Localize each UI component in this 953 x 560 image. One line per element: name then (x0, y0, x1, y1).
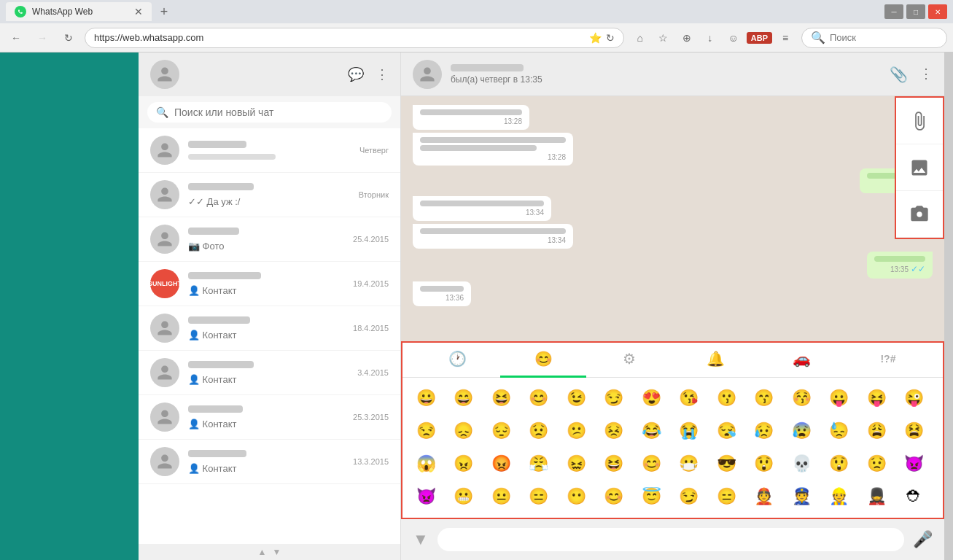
emoji-persevere[interactable]: 😣 (599, 416, 629, 446)
back-button[interactable]: ← (6, 28, 26, 48)
tab-close-button[interactable]: ✕ (134, 6, 143, 18)
bookmark-button[interactable]: ☆ (653, 28, 674, 48)
forward-button[interactable]: → (32, 28, 52, 48)
emoji-laughing[interactable]: 😆 (486, 384, 516, 413)
emoji-worried[interactable]: 😟 (524, 416, 553, 446)
emoji-disappointed[interactable]: 😞 (449, 416, 478, 446)
home-button[interactable]: ⌂ (630, 28, 650, 48)
emoji-tab-recent[interactable]: 🕐 (414, 343, 500, 378)
emoji-sweat-smile[interactable]: 😆 (599, 449, 629, 478)
attach-file-button[interactable] (896, 98, 943, 144)
emoji-purple-devil[interactable]: 👿 (900, 449, 929, 478)
emoji-grinning[interactable]: 😀 (411, 384, 440, 413)
chat-item[interactable]: 👤 Контакт 3.4.2015 (139, 351, 400, 395)
minimize-button[interactable]: ─ (884, 4, 903, 19)
emoji-smiling-devil[interactable]: 👿 (411, 482, 440, 511)
emoji-sob[interactable]: 😭 (674, 416, 704, 446)
emoji-helmet[interactable]: ⛑ (900, 482, 929, 511)
emoji-kissing-closed[interactable]: 😚 (787, 384, 816, 413)
emoji-winking-tongue[interactable]: 😜 (900, 384, 929, 413)
emoji-innocent[interactable]: 😊 (599, 482, 629, 511)
emoji-smirking[interactable]: 😏 (674, 482, 704, 511)
url-bar[interactable]: https://web.whatsapp.com ⭐ ↻ (85, 28, 624, 48)
emoji-confused[interactable]: 😕 (561, 416, 591, 446)
emoji-angry[interactable]: 😠 (449, 449, 478, 478)
chat-item[interactable]: Четверг (139, 128, 400, 173)
attach-camera-button[interactable] (896, 191, 943, 238)
emoji-police[interactable]: 👮 (787, 482, 816, 511)
more-options-icon[interactable]: ⋮ (376, 66, 389, 82)
attach-icon[interactable]: 📎 (890, 66, 908, 83)
emoji-grin[interactable]: 😄 (449, 384, 478, 413)
attach-image-button[interactable] (896, 144, 943, 191)
emoji-unamused[interactable]: 😒 (411, 416, 440, 446)
emoji-expressionless[interactable]: 😐 (486, 482, 516, 511)
chat-item[interactable]: 👤 Контакт 13.3.2015 (139, 440, 400, 484)
emoji-kissing-smiling[interactable]: 😙 (750, 384, 779, 413)
emoji-tab-settings[interactable]: ⚙ (586, 343, 672, 378)
emoji-tab-travel[interactable]: 🚗 (759, 343, 845, 378)
emoji-toggle-button[interactable]: ▼ (413, 530, 429, 549)
message-input[interactable] (437, 528, 904, 551)
maximize-button[interactable]: □ (906, 4, 925, 19)
emoji-tab-smileys[interactable]: 😊 (500, 343, 586, 378)
scrollbar[interactable] (944, 52, 953, 560)
emoji-sweat[interactable]: 😓 (825, 416, 854, 446)
chat-item[interactable]: SUNLIGHT 👤 Контакт 19.4.2015 (139, 262, 400, 306)
emoji-skull[interactable]: 💀 (787, 449, 816, 478)
emoji-blank[interactable]: 😑 (712, 482, 741, 511)
emoji-grimacing[interactable]: 😬 (449, 482, 478, 511)
emoji-imp[interactable]: 😟 (862, 449, 891, 478)
close-button[interactable]: ✕ (928, 4, 947, 19)
emoji-neutral[interactable]: 😑 (524, 482, 553, 511)
emoji-kissing[interactable]: 😗 (712, 384, 741, 413)
emoji-tab-notifications[interactable]: 🔔 (673, 343, 759, 378)
microphone-button[interactable]: 🎤 (913, 530, 933, 549)
emoji-joy[interactable]: 😂 (637, 416, 666, 446)
emoji-halo[interactable]: 😇 (637, 482, 666, 511)
search-bar[interactable]: 🔍 (801, 28, 947, 48)
reload-button[interactable]: ↻ (58, 28, 79, 48)
emoji-no-mouth[interactable]: 😶 (561, 482, 591, 511)
sidebar-search-input[interactable] (174, 106, 383, 118)
search-input[interactable] (830, 32, 917, 43)
emoji-tired[interactable]: 😫 (900, 416, 929, 446)
emoji-rage[interactable]: 😡 (486, 449, 516, 478)
emoji-triumph[interactable]: 😤 (524, 449, 553, 478)
emoji-weary[interactable]: 😩 (862, 416, 891, 446)
adblock-badge[interactable]: ABP (747, 32, 772, 44)
sidebar-scroll-down[interactable]: ▼ (270, 547, 284, 557)
new-chat-icon[interactable]: 💬 (348, 66, 364, 82)
download-manager-button[interactable]: ⊕ (677, 28, 697, 48)
emoji-astonished[interactable]: 😲 (750, 449, 779, 478)
sidebar-scroll-up[interactable]: ▲ (255, 547, 270, 557)
emoji-man-turban[interactable]: 👲 (750, 482, 779, 511)
emoji-anguished[interactable]: 😖 (561, 449, 591, 478)
emoji-pensive[interactable]: 😔 (486, 416, 516, 446)
emoji-smile[interactable]: 😊 (524, 384, 553, 413)
chat-item[interactable]: 👤 Контакт 18.4.2015 (139, 306, 400, 351)
chat-item[interactable]: 👤 Контакт 25.3.2015 (139, 395, 400, 440)
emoji-tab-symbols[interactable]: !?# (845, 343, 931, 378)
emoji-blush[interactable]: 😊 (637, 449, 666, 478)
emoji-fearful[interactable]: 😱 (411, 449, 440, 478)
emoji-heart-eyes[interactable]: 😍 (637, 384, 666, 413)
chat-item[interactable]: ✓✓ Да уж :/ Вторник (139, 173, 400, 217)
emoji-smirk[interactable]: 😏 (599, 384, 629, 413)
emoji-sunglasses[interactable]: 😎 (712, 449, 741, 478)
emoji-disappointed-relieved[interactable]: 😥 (750, 416, 779, 446)
emoji-mask[interactable]: 😷 (674, 449, 704, 478)
emoji-flushed[interactable]: 😲 (825, 449, 854, 478)
user-avatar[interactable] (150, 60, 179, 89)
search-inner[interactable]: 🔍 (147, 102, 392, 122)
emoji-tongue[interactable]: 😛 (825, 384, 854, 413)
new-tab-button[interactable]: + (155, 2, 174, 21)
more-options-icon[interactable]: ⋮ (919, 66, 933, 83)
emoji-kissing-heart[interactable]: 😘 (674, 384, 704, 413)
emoji-guard[interactable]: 💂 (862, 482, 891, 511)
smiley-button[interactable]: ☺ (723, 28, 744, 48)
emoji-wink[interactable]: 😉 (561, 384, 591, 413)
emoji-cold-sweat[interactable]: 😰 (787, 416, 816, 446)
download-button[interactable]: ↓ (700, 28, 720, 48)
emoji-stuck-out-tongue[interactable]: 😝 (862, 384, 891, 413)
